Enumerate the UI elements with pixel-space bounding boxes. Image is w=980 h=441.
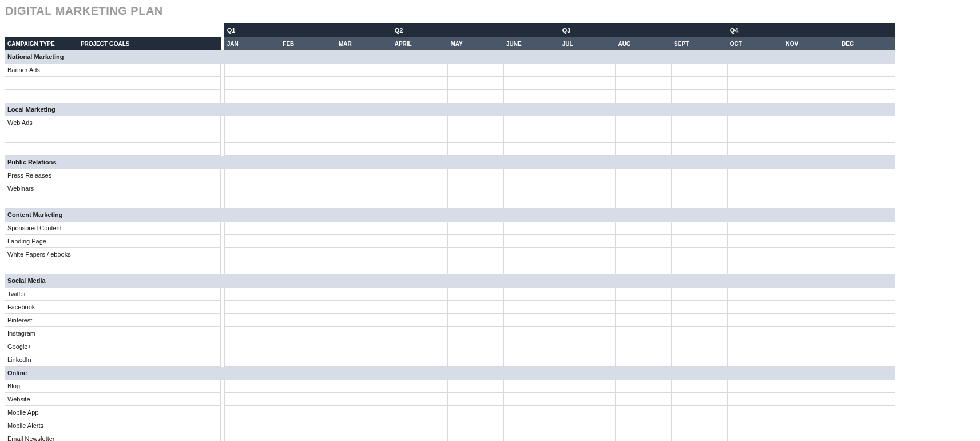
cell-month[interactable] [672, 64, 728, 77]
cell-month[interactable] [224, 235, 280, 248]
cell-month[interactable] [504, 129, 560, 143]
cell-month[interactable] [783, 419, 839, 432]
cell-month[interactable] [224, 129, 280, 143]
cell-campaign-type[interactable]: Blog [5, 380, 78, 393]
cell-month[interactable] [280, 261, 336, 274]
cell-month[interactable] [672, 222, 728, 235]
cell-month[interactable] [448, 314, 504, 327]
cell-month[interactable] [783, 327, 839, 340]
cell-month[interactable] [504, 340, 560, 353]
cell-month[interactable] [560, 419, 616, 432]
cell-month[interactable] [672, 314, 728, 327]
cell-month[interactable] [504, 393, 560, 406]
cell-month[interactable] [224, 90, 280, 103]
cell-month[interactable] [727, 64, 783, 77]
cell-month[interactable] [448, 288, 504, 301]
cell-month[interactable] [224, 419, 280, 432]
cell-project-goals[interactable] [78, 301, 220, 314]
cell-month[interactable] [727, 90, 783, 103]
cell-month[interactable] [504, 222, 560, 235]
cell-month[interactable] [616, 406, 672, 419]
cell-month[interactable] [672, 419, 728, 432]
cell-month[interactable] [392, 248, 448, 261]
cell-month[interactable] [280, 195, 336, 208]
cell-month[interactable] [672, 340, 728, 353]
cell-month[interactable] [839, 248, 895, 261]
cell-campaign-type[interactable]: Web Ads [5, 116, 78, 129]
cell-month[interactable] [224, 406, 280, 419]
cell-month[interactable] [224, 340, 280, 353]
cell-month[interactable] [336, 419, 392, 432]
cell-month[interactable] [336, 288, 392, 301]
cell-month[interactable] [839, 380, 895, 393]
cell-project-goals[interactable] [78, 314, 220, 327]
cell-month[interactable] [672, 235, 728, 248]
cell-month[interactable] [839, 353, 895, 367]
cell-month[interactable] [448, 261, 504, 274]
cell-month[interactable] [560, 64, 616, 77]
cell-month[interactable] [336, 222, 392, 235]
cell-month[interactable] [560, 248, 616, 261]
cell-month[interactable] [504, 64, 560, 77]
cell-month[interactable] [839, 340, 895, 353]
cell-project-goals[interactable] [78, 340, 220, 353]
cell-month[interactable] [672, 288, 728, 301]
cell-campaign-type[interactable]: Email Newsletter [5, 432, 78, 442]
cell-campaign-type[interactable]: Press Releases [5, 169, 78, 182]
cell-month[interactable] [560, 195, 616, 208]
cell-project-goals[interactable] [78, 182, 220, 195]
cell-month[interactable] [280, 406, 336, 419]
cell-month[interactable] [727, 419, 783, 432]
cell-project-goals[interactable] [78, 169, 220, 182]
cell-month[interactable] [336, 64, 392, 77]
cell-month[interactable] [392, 182, 448, 195]
cell-month[interactable] [336, 248, 392, 261]
cell-month[interactable] [280, 116, 336, 129]
cell-month[interactable] [392, 77, 448, 90]
cell-month[interactable] [560, 169, 616, 182]
cell-campaign-type[interactable]: Website [5, 393, 78, 406]
cell-month[interactable] [672, 248, 728, 261]
cell-month[interactable] [839, 90, 895, 103]
cell-campaign-type[interactable]: Sponsored Content [5, 222, 78, 235]
cell-month[interactable] [783, 288, 839, 301]
cell-month[interactable] [224, 353, 280, 367]
cell-month[interactable] [672, 406, 728, 419]
cell-month[interactable] [224, 169, 280, 182]
cell-month[interactable] [783, 353, 839, 367]
cell-month[interactable] [336, 182, 392, 195]
cell-month[interactable] [727, 143, 783, 156]
cell-month[interactable] [783, 90, 839, 103]
cell-month[interactable] [504, 380, 560, 393]
cell-month[interactable] [280, 169, 336, 182]
cell-project-goals[interactable] [78, 235, 220, 248]
cell-month[interactable] [224, 182, 280, 195]
cell-project-goals[interactable] [78, 393, 220, 406]
cell-project-goals[interactable] [78, 327, 220, 340]
cell-month[interactable] [504, 116, 560, 129]
cell-month[interactable] [783, 301, 839, 314]
cell-month[interactable] [672, 195, 728, 208]
cell-month[interactable] [280, 143, 336, 156]
cell-month[interactable] [672, 261, 728, 274]
cell-month[interactable] [336, 195, 392, 208]
cell-month[interactable] [783, 406, 839, 419]
cell-month[interactable] [504, 406, 560, 419]
cell-month[interactable] [672, 432, 728, 442]
cell-month[interactable] [448, 64, 504, 77]
cell-campaign-type[interactable]: Instagram [5, 327, 78, 340]
cell-month[interactable] [336, 261, 392, 274]
cell-month[interactable] [672, 169, 728, 182]
cell-campaign-type[interactable] [5, 261, 78, 274]
cell-month[interactable] [616, 419, 672, 432]
cell-month[interactable] [224, 116, 280, 129]
cell-month[interactable] [280, 288, 336, 301]
cell-month[interactable] [280, 353, 336, 367]
cell-campaign-type[interactable] [5, 77, 78, 90]
cell-month[interactable] [839, 235, 895, 248]
cell-month[interactable] [839, 393, 895, 406]
cell-month[interactable] [839, 432, 895, 442]
cell-month[interactable] [392, 393, 448, 406]
cell-month[interactable] [392, 222, 448, 235]
cell-month[interactable] [336, 432, 392, 442]
